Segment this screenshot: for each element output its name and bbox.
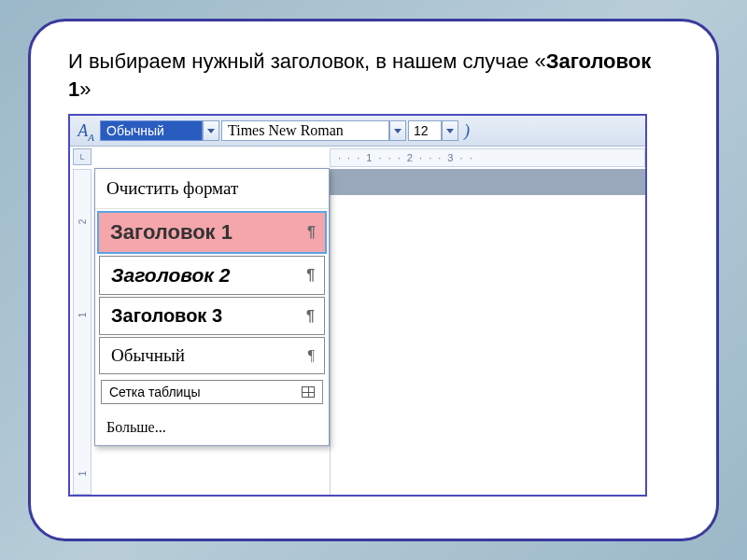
pilcrow-icon: ¶: [307, 224, 316, 241]
style-combo[interactable]: Обычный: [100, 120, 219, 141]
style-combo-dropdown-button[interactable]: [203, 120, 219, 141]
ruler-corner[interactable]: L: [73, 148, 92, 165]
vertical-ruler[interactable]: 2 1 1: [73, 169, 92, 495]
pilcrow-icon: ¶: [306, 308, 315, 325]
font-combo-value[interactable]: Times New Roman: [221, 120, 389, 141]
ruler-tick: 1: [78, 466, 88, 483]
size-combo[interactable]: 12: [408, 120, 458, 141]
dropdown-item-more[interactable]: Больше...: [95, 410, 329, 445]
page-margin-band: [330, 169, 645, 195]
table-grid-icon: [302, 386, 315, 398]
slide-card: И выбираем нужный заголовок, в нашем слу…: [28, 19, 719, 541]
dropdown-item-heading-1[interactable]: Заголовок 1 ¶: [97, 211, 327, 254]
dropdown-item-label: Заголовок 3: [111, 305, 222, 327]
dropdown-item-label: Сетка таблицы: [109, 385, 200, 399]
pilcrow-icon: ¶: [308, 347, 315, 364]
work-area: L · · · 1 · · · 2 · · · 3 · · 2 1 1 Очис…: [70, 147, 645, 495]
document-page[interactable]: [330, 195, 645, 495]
dropdown-item-label: Заголовок 1: [110, 220, 233, 245]
style-combo-value[interactable]: Обычный: [100, 120, 203, 141]
dropdown-item-normal[interactable]: Обычный ¶: [99, 337, 325, 374]
size-combo-value[interactable]: 12: [408, 120, 442, 141]
dropdown-item-heading-2[interactable]: Заголовок 2 ¶: [99, 256, 325, 295]
chevron-down-icon: [394, 129, 402, 133]
pilcrow-icon: ¶: [306, 267, 315, 284]
dropdown-item-clear-format[interactable]: Очистить формат: [95, 169, 329, 209]
chevron-down-icon: [207, 129, 215, 133]
size-combo-dropdown-button[interactable]: [442, 120, 458, 141]
styles-icon[interactable]: AA: [74, 119, 98, 142]
horizontal-ruler[interactable]: · · · 1 · · · 2 · · · 3 · ·: [330, 148, 645, 167]
ruler-tick: 1: [78, 307, 88, 324]
ruler-tick: 2: [78, 214, 88, 231]
instruction-text: И выбираем нужный заголовок, в нашем слу…: [68, 48, 679, 103]
dropdown-item-table-grid[interactable]: Сетка таблицы: [101, 380, 323, 404]
font-combo-dropdown-button[interactable]: [389, 120, 406, 141]
style-dropdown-menu: Очистить формат Заголовок 1 ¶ Заголовок …: [94, 168, 330, 446]
dropdown-item-label: Больше...: [106, 419, 166, 436]
app-screenshot: AA Обычный Times New Roman 12 ) L · · · …: [68, 114, 647, 497]
dropdown-item-label: Очистить формат: [106, 178, 238, 199]
font-combo[interactable]: Times New Roman: [221, 120, 406, 141]
chevron-down-icon: [446, 129, 454, 133]
dropdown-item-label: Обычный: [111, 345, 185, 366]
formatting-toolbar: AA Обычный Times New Roman 12 ): [70, 116, 645, 147]
instruction-suffix: »: [79, 77, 91, 101]
dropdown-item-heading-3[interactable]: Заголовок 3 ¶: [99, 297, 325, 335]
dropdown-item-label: Заголовок 2: [111, 264, 230, 287]
instruction-prefix: И выбираем нужный заголовок, в нашем слу…: [68, 49, 546, 73]
toolbar-cutoff: ): [460, 121, 470, 141]
